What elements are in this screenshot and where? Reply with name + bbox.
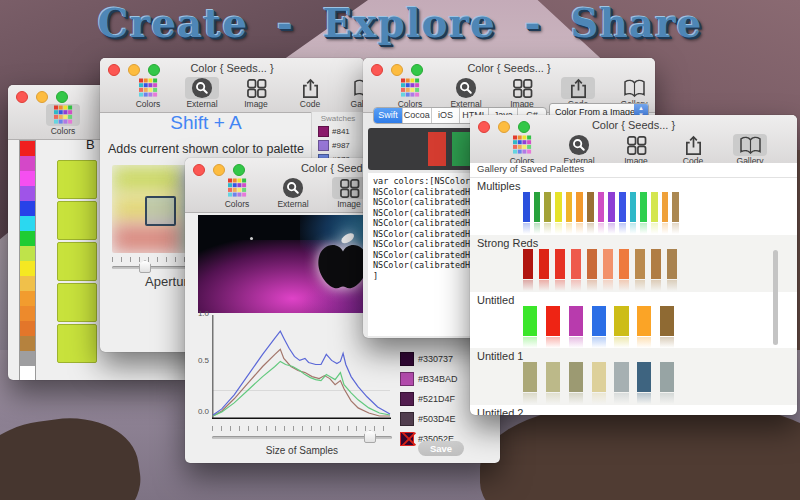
palette-color-swatch[interactable] (592, 362, 606, 392)
palette-color-swatch[interactable] (546, 306, 560, 336)
toolbar-item-code[interactable]: Code (671, 134, 715, 166)
palette-color-swatch[interactable] (651, 192, 658, 222)
minimize-button[interactable] (498, 121, 510, 133)
window-header[interactable]: Color { Seeds... } ColorsExternalImageCo… (470, 115, 797, 170)
palette-color-swatch[interactable] (555, 192, 562, 222)
palette-color-swatch[interactable] (569, 362, 583, 392)
palette-color-swatch[interactable] (555, 249, 565, 279)
toolbar-item-colors[interactable]: Colors (126, 77, 170, 109)
palette-color-swatch[interactable] (587, 192, 594, 222)
toolbar-item-external[interactable]: External (271, 177, 315, 209)
palette-square[interactable] (57, 160, 97, 199)
palette-color-swatch[interactable] (544, 192, 551, 222)
palette-color-swatch[interactable] (651, 249, 661, 279)
palette-color-swatch[interactable] (523, 249, 533, 279)
swatch-color[interactable] (400, 372, 414, 386)
close-button[interactable] (478, 121, 490, 133)
save-button[interactable]: Save (418, 441, 464, 456)
strip-color-cell[interactable] (20, 276, 35, 291)
palette-color-swatch[interactable] (640, 192, 647, 222)
palette-square[interactable] (57, 283, 97, 322)
strip-color-cell[interactable] (20, 201, 35, 216)
zoom-button[interactable] (411, 64, 423, 76)
palette-color-swatch[interactable] (637, 306, 651, 336)
palette-color-swatch[interactable] (571, 249, 581, 279)
toolbar-item-colors[interactable]: Colors (215, 177, 259, 209)
minimize-button[interactable] (128, 64, 140, 76)
palette-color-swatch[interactable] (587, 249, 597, 279)
close-button[interactable] (371, 64, 383, 76)
strip-color-cell[interactable] (20, 366, 35, 380)
window-header[interactable]: Color { Seeds... } ColorsExternalImageCo… (100, 58, 364, 113)
tab-swift[interactable]: Swift (374, 108, 403, 123)
palette-color-swatch[interactable] (635, 249, 645, 279)
palette-color-swatch[interactable] (667, 249, 677, 279)
palette-color-swatch[interactable] (592, 306, 606, 336)
color-strip[interactable] (19, 140, 36, 380)
palette-color-swatch[interactable] (619, 249, 629, 279)
palette-color-swatch[interactable] (614, 306, 628, 336)
minimize-button[interactable] (391, 64, 403, 76)
toolbar-item-colors[interactable]: Colors (388, 77, 432, 109)
strip-color-cell[interactable] (20, 321, 35, 336)
palette-color-swatch[interactable] (630, 192, 637, 222)
strip-color-cell[interactable] (20, 141, 35, 156)
palette-color-swatch[interactable] (566, 192, 573, 222)
palette-squares-column[interactable] (57, 160, 97, 363)
strip-color-cell[interactable] (20, 171, 35, 186)
palette-square[interactable] (57, 201, 97, 240)
toolbar-item-gallery[interactable]: Gallery (728, 134, 772, 166)
palette-color-swatch[interactable] (534, 192, 541, 222)
toolbar-item-image[interactable]: Image (234, 77, 278, 109)
palette-color-swatch[interactable] (672, 192, 679, 222)
palette-color-swatch[interactable] (660, 306, 674, 336)
palette-color-swatch[interactable] (619, 192, 626, 222)
toolbar-item-gallery[interactable]: Gallery (342, 77, 364, 109)
toolbar-item-code[interactable]: Code (288, 77, 332, 109)
palette-color-swatch[interactable] (608, 192, 615, 222)
toolbar-item-colors[interactable]: Colors (500, 134, 544, 166)
tab-cocoa[interactable]: Cocoa (403, 108, 432, 123)
strip-color-cell[interactable] (20, 351, 35, 366)
toolbar-item-image[interactable]: Image (614, 134, 658, 166)
palette-color-swatch[interactable] (539, 249, 549, 279)
minimize-button[interactable] (213, 164, 225, 176)
zoom-button[interactable] (148, 64, 160, 76)
palette-color-swatch[interactable] (637, 362, 651, 392)
palette-square[interactable] (57, 242, 97, 281)
zoom-button[interactable] (233, 164, 245, 176)
swatch-color[interactable] (400, 392, 414, 406)
window-gallery[interactable]: Color { Seeds... } ColorsExternalImageCo… (470, 115, 797, 415)
strip-color-cell[interactable] (20, 156, 35, 171)
palette-color-swatch[interactable] (660, 362, 674, 392)
strip-color-cell[interactable] (20, 306, 35, 321)
palette-square[interactable] (57, 324, 97, 363)
swatch-color[interactable] (400, 352, 414, 366)
palette-color-swatch[interactable] (546, 362, 560, 392)
strip-color-cell[interactable] (20, 231, 35, 246)
palette-color-swatch[interactable] (662, 192, 669, 222)
strip-color-cell[interactable] (20, 336, 35, 351)
palette-color-swatch[interactable] (603, 249, 613, 279)
close-button[interactable] (193, 164, 205, 176)
swatch-color[interactable] (318, 140, 329, 151)
zoom-button[interactable] (56, 91, 68, 103)
strip-color-cell[interactable] (20, 261, 35, 276)
palette-color-swatch[interactable] (576, 192, 583, 222)
palette-color-swatch[interactable] (569, 306, 583, 336)
tab-ios[interactable]: iOS (432, 108, 461, 123)
samples-slider-thumb[interactable] (364, 430, 376, 443)
palette-color-swatch[interactable] (523, 362, 537, 392)
scrollbar-thumb[interactable] (773, 250, 778, 345)
zoom-button[interactable] (518, 121, 530, 133)
minimize-button[interactable] (36, 91, 48, 103)
toolbar-item-external[interactable]: External (180, 77, 224, 109)
toolbar-item-colors[interactable]: Colors (41, 104, 85, 136)
strip-color-cell[interactable] (20, 186, 35, 201)
swatch-color[interactable] (400, 432, 414, 446)
palette-color-swatch[interactable] (523, 192, 530, 222)
toolbar-item-external[interactable]: External (557, 134, 601, 166)
strip-color-cell[interactable] (20, 291, 35, 306)
swatch-color[interactable] (400, 412, 414, 426)
toolbar-item-external[interactable]: External (444, 77, 488, 109)
